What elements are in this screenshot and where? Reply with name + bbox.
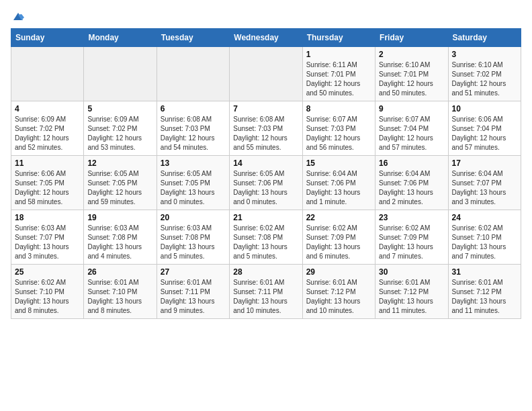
day-info: Sunrise: 6:02 AMSunset: 7:08 PMDaylight:… — [233, 224, 298, 261]
day-info: Sunrise: 6:01 AMSunset: 7:12 PMDaylight:… — [452, 278, 517, 316]
day-number: 29 — [306, 267, 371, 277]
day-number: 25 — [15, 267, 80, 277]
day-info: Sunrise: 6:10 AMSunset: 7:01 PMDaylight:… — [379, 60, 444, 98]
day-info: Sunrise: 6:05 AMSunset: 7:05 PMDaylight:… — [161, 169, 226, 207]
day-info: Sunrise: 6:02 AMSunset: 7:10 PMDaylight:… — [452, 224, 517, 261]
day-info: Sunrise: 6:01 AMSunset: 7:11 PMDaylight:… — [233, 278, 298, 316]
calendar-cell: 2Sunrise: 6:10 AMSunset: 7:01 PMDaylight… — [375, 47, 448, 101]
day-info: Sunrise: 6:04 AMSunset: 7:07 PMDaylight:… — [452, 169, 517, 207]
day-number: 17 — [452, 158, 517, 168]
day-number: 21 — [233, 213, 298, 222]
calendar-cell — [157, 47, 229, 101]
calendar-week-row: 4Sunrise: 6:09 AMSunset: 7:02 PMDaylight… — [11, 101, 521, 156]
calendar-cell: 31Sunrise: 6:01 AMSunset: 7:12 PMDayligh… — [448, 265, 521, 319]
calendar-cell: 18Sunrise: 6:03 AMSunset: 7:07 PMDayligh… — [11, 210, 84, 265]
calendar-cell: 7Sunrise: 6:08 AMSunset: 7:03 PMDaylight… — [230, 101, 302, 156]
calendar-cell: 14Sunrise: 6:05 AMSunset: 7:06 PMDayligh… — [230, 156, 302, 210]
day-info: Sunrise: 6:03 AMSunset: 7:07 PMDaylight:… — [15, 224, 80, 261]
day-info: Sunrise: 6:05 AMSunset: 7:06 PMDaylight:… — [233, 169, 298, 207]
calendar-cell: 19Sunrise: 6:03 AMSunset: 7:08 PMDayligh… — [84, 210, 157, 265]
calendar-cell — [230, 47, 302, 101]
day-number: 3 — [452, 50, 517, 59]
calendar-cell: 30Sunrise: 6:01 AMSunset: 7:12 PMDayligh… — [375, 265, 448, 319]
day-number: 13 — [161, 158, 226, 168]
day-info: Sunrise: 6:08 AMSunset: 7:03 PMDaylight:… — [233, 115, 298, 152]
calendar-cell: 9Sunrise: 6:07 AMSunset: 7:04 PMDaylight… — [375, 101, 448, 156]
day-info: Sunrise: 6:02 AMSunset: 7:09 PMDaylight:… — [379, 224, 444, 261]
day-number: 6 — [161, 104, 226, 113]
calendar-cell: 23Sunrise: 6:02 AMSunset: 7:09 PMDayligh… — [375, 210, 448, 265]
calendar-cell: 24Sunrise: 6:02 AMSunset: 7:10 PMDayligh… — [448, 210, 521, 265]
calendar-cell: 6Sunrise: 6:08 AMSunset: 7:03 PMDaylight… — [157, 101, 229, 156]
day-number: 2 — [379, 50, 444, 59]
day-number: 26 — [87, 267, 152, 277]
day-number: 22 — [306, 213, 371, 222]
calendar-cell: 29Sunrise: 6:01 AMSunset: 7:12 PMDayligh… — [302, 265, 375, 319]
calendar-cell: 8Sunrise: 6:07 AMSunset: 7:03 PMDaylight… — [302, 101, 375, 156]
weekday-header: Wednesday — [230, 29, 302, 47]
weekday-header: Saturday — [448, 29, 521, 47]
calendar-week-row: 1Sunrise: 6:11 AMSunset: 7:01 PMDaylight… — [11, 47, 521, 101]
day-number: 1 — [306, 50, 371, 59]
weekday-header: Monday — [84, 29, 157, 47]
calendar-cell: 12Sunrise: 6:05 AMSunset: 7:05 PMDayligh… — [84, 156, 157, 210]
weekday-header: Thursday — [302, 29, 375, 47]
day-number: 10 — [452, 104, 517, 113]
day-number: 9 — [379, 104, 444, 113]
calendar-cell: 20Sunrise: 6:03 AMSunset: 7:08 PMDayligh… — [157, 210, 229, 265]
day-number: 20 — [161, 213, 226, 222]
calendar-cell — [11, 47, 84, 101]
calendar-cell: 21Sunrise: 6:02 AMSunset: 7:08 PMDayligh… — [230, 210, 302, 265]
weekday-header: Tuesday — [157, 29, 229, 47]
calendar-cell: 17Sunrise: 6:04 AMSunset: 7:07 PMDayligh… — [448, 156, 521, 210]
calendar-cell: 1Sunrise: 6:11 AMSunset: 7:01 PMDaylight… — [302, 47, 375, 101]
calendar-cell: 16Sunrise: 6:04 AMSunset: 7:06 PMDayligh… — [375, 156, 448, 210]
day-info: Sunrise: 6:01 AMSunset: 7:11 PMDaylight:… — [161, 278, 226, 316]
day-info: Sunrise: 6:03 AMSunset: 7:08 PMDaylight:… — [87, 224, 152, 261]
calendar-cell: 5Sunrise: 6:09 AMSunset: 7:02 PMDaylight… — [84, 101, 157, 156]
page-header — [11, 11, 521, 23]
day-info: Sunrise: 6:05 AMSunset: 7:05 PMDaylight:… — [87, 169, 152, 207]
day-number: 8 — [306, 104, 371, 113]
day-info: Sunrise: 6:07 AMSunset: 7:03 PMDaylight:… — [306, 115, 371, 152]
day-number: 19 — [87, 213, 152, 222]
day-info: Sunrise: 6:06 AMSunset: 7:05 PMDaylight:… — [15, 169, 80, 207]
day-info: Sunrise: 6:01 AMSunset: 7:10 PMDaylight:… — [87, 278, 152, 316]
calendar: SundayMondayTuesdayWednesdayThursdayFrid… — [11, 28, 521, 319]
calendar-cell: 13Sunrise: 6:05 AMSunset: 7:05 PMDayligh… — [157, 156, 229, 210]
calendar-week-row: 25Sunrise: 6:02 AMSunset: 7:10 PMDayligh… — [11, 265, 521, 319]
logo — [11, 11, 24, 23]
calendar-cell: 28Sunrise: 6:01 AMSunset: 7:11 PMDayligh… — [230, 265, 302, 319]
day-number: 31 — [452, 267, 517, 277]
day-number: 23 — [379, 213, 444, 222]
day-info: Sunrise: 6:02 AMSunset: 7:10 PMDaylight:… — [15, 278, 80, 316]
calendar-week-row: 11Sunrise: 6:06 AMSunset: 7:05 PMDayligh… — [11, 156, 521, 210]
day-number: 11 — [15, 158, 80, 168]
calendar-cell: 15Sunrise: 6:04 AMSunset: 7:06 PMDayligh… — [302, 156, 375, 210]
day-number: 18 — [15, 213, 80, 222]
day-info: Sunrise: 6:09 AMSunset: 7:02 PMDaylight:… — [15, 115, 80, 152]
calendar-cell: 4Sunrise: 6:09 AMSunset: 7:02 PMDaylight… — [11, 101, 84, 156]
day-info: Sunrise: 6:09 AMSunset: 7:02 PMDaylight:… — [87, 115, 152, 152]
day-info: Sunrise: 6:11 AMSunset: 7:01 PMDaylight:… — [306, 60, 371, 98]
day-number: 30 — [379, 267, 444, 277]
day-info: Sunrise: 6:04 AMSunset: 7:06 PMDaylight:… — [306, 169, 371, 207]
day-info: Sunrise: 6:03 AMSunset: 7:08 PMDaylight:… — [161, 224, 226, 261]
day-info: Sunrise: 6:01 AMSunset: 7:12 PMDaylight:… — [379, 278, 444, 316]
day-number: 14 — [233, 158, 298, 168]
calendar-week-row: 18Sunrise: 6:03 AMSunset: 7:07 PMDayligh… — [11, 210, 521, 265]
calendar-cell: 25Sunrise: 6:02 AMSunset: 7:10 PMDayligh… — [11, 265, 84, 319]
day-number: 4 — [15, 104, 80, 113]
day-number: 24 — [452, 213, 517, 222]
weekday-header: Friday — [375, 29, 448, 47]
calendar-cell: 27Sunrise: 6:01 AMSunset: 7:11 PMDayligh… — [157, 265, 229, 319]
day-info: Sunrise: 6:10 AMSunset: 7:02 PMDaylight:… — [452, 60, 517, 98]
day-info: Sunrise: 6:02 AMSunset: 7:09 PMDaylight:… — [306, 224, 371, 261]
weekday-header-row: SundayMondayTuesdayWednesdayThursdayFrid… — [11, 29, 521, 47]
calendar-cell — [84, 47, 157, 101]
calendar-cell: 22Sunrise: 6:02 AMSunset: 7:09 PMDayligh… — [302, 210, 375, 265]
day-info: Sunrise: 6:01 AMSunset: 7:12 PMDaylight:… — [306, 278, 371, 316]
calendar-cell: 10Sunrise: 6:06 AMSunset: 7:04 PMDayligh… — [448, 101, 521, 156]
weekday-header: Sunday — [11, 29, 84, 47]
day-number: 5 — [87, 104, 152, 113]
